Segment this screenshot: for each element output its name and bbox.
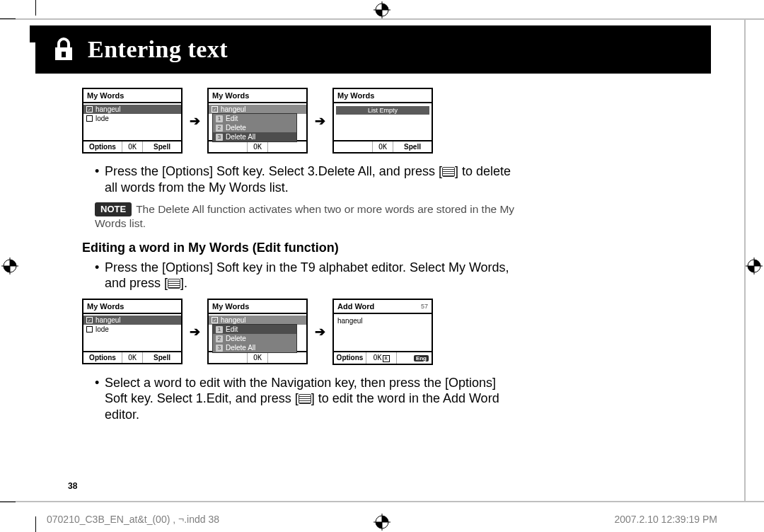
menu-item: 1Edit — [213, 325, 296, 334]
instruction-paragraph: Press the [Options] Soft key. Select 3.D… — [95, 163, 521, 195]
softkey-bar: Options OK Spell — [83, 140, 181, 152]
softkey-right: Spell — [143, 141, 181, 152]
checkbox-icon: ✓ — [86, 106, 93, 112]
screenshot-row-1: My Words ✓hangeul lode Options OK Spell … — [82, 88, 521, 154]
header-accent — [30, 25, 35, 42]
footer-timestamp: 2007.2.10 12:39:19 PM — [614, 514, 717, 525]
menu-item: 2Delete — [213, 334, 296, 343]
ok-key-icon — [442, 167, 455, 177]
options-menu: 1Edit 2Delete 3Delete All — [212, 324, 297, 353]
language-badge: Eng — [414, 355, 429, 362]
crop-border — [744, 18, 746, 502]
softkey-left: Options — [83, 141, 122, 152]
menu-item: 3Delete All — [213, 132, 296, 141]
menu-label: Delete All — [226, 344, 255, 352]
registration-mark-icon — [1, 258, 18, 274]
softkey-right: Spell — [143, 352, 181, 363]
list-item: lode — [83, 114, 181, 123]
arrow-right-icon: ➔ — [188, 324, 202, 340]
softkey-right: Spell — [393, 141, 432, 152]
list-item-label: lode — [96, 115, 109, 122]
softkey-bar: Options OKR Eng — [334, 351, 432, 364]
softkey-left: Options — [334, 352, 366, 364]
options-menu: 1Edit 2Delete 3Delete All — [212, 113, 297, 142]
menu-number: 3 — [216, 134, 223, 141]
menu-label: Delete All — [226, 133, 255, 141]
softkey-ok: OK — [122, 352, 143, 363]
softkey-left — [209, 141, 247, 152]
checkbox-icon — [86, 326, 93, 332]
softkey-ok: OK — [247, 141, 268, 152]
crop-tick — [35, 0, 36, 16]
phone-screen: My Words ✓hangeul lode Options OK Spell — [82, 88, 183, 154]
softkey-right — [268, 352, 306, 363]
softkey-ok: OK — [122, 141, 143, 152]
registration-mark-icon — [746, 258, 763, 274]
note-badge: NOTE — [95, 202, 132, 216]
ok-key-icon — [299, 394, 311, 404]
arrow-right-icon: ➔ — [313, 113, 327, 129]
text: ]. — [180, 276, 187, 290]
screen-title: My Words — [209, 300, 306, 314]
menu-number: 1 — [216, 326, 223, 333]
softkey-ok: OK — [372, 141, 393, 152]
screen-title: My Words — [83, 89, 181, 103]
registration-mark-icon — [374, 1, 390, 18]
crop-border — [0, 501, 764, 502]
page-number: 38 — [68, 481, 77, 491]
softkey-ok: OK — [247, 352, 268, 363]
menu-label: Delete — [226, 335, 246, 342]
list-item: lode — [83, 325, 181, 334]
section-subheading: Editing a word in My Words (Edit functio… — [82, 241, 521, 255]
list-item-label: hangeul — [96, 316, 121, 324]
ok-key-icon — [168, 279, 180, 289]
phone-screen: My Words ✓hangeul lode Options OK Spell — [82, 299, 183, 364]
list-item-label: hangeul — [221, 316, 246, 324]
softkey-ok: OKR — [366, 352, 397, 364]
note-block: NOTEThe Delete All function activates wh… — [95, 202, 521, 231]
screen-title: My Words — [83, 300, 181, 314]
softkey-bar: Options OK Spell — [83, 351, 181, 363]
screen-title: My Words — [334, 89, 432, 103]
menu-number: 3 — [216, 345, 223, 352]
arrow-right-icon: ➔ — [313, 324, 327, 340]
menu-item: 1Edit — [213, 114, 296, 123]
checkbox-icon: ✓ — [86, 317, 93, 323]
checkbox-icon: ✓ — [212, 317, 218, 323]
phone-screen: My Words List Empty OK Spell — [332, 88, 433, 154]
list-item-label: hangeul — [96, 105, 121, 113]
crop-tick — [0, 18, 16, 19]
empty-list-label: List Empty — [336, 106, 429, 115]
crop-tick — [0, 502, 16, 502]
svg-rect-13 — [62, 52, 66, 57]
menu-label: Edit — [226, 325, 238, 333]
menu-number: 2 — [216, 125, 223, 132]
page-title: Entering text — [88, 36, 228, 63]
text: Press the [Options] Soft key in the T9 a… — [105, 260, 509, 291]
softkey-left — [209, 352, 247, 363]
softkey-left: Options — [83, 352, 122, 363]
phone-screen: Add Word 57 hangeul Options OKR Eng — [332, 299, 433, 365]
screen-title: My Words — [209, 89, 306, 103]
list-item-label: hangeul — [221, 105, 246, 113]
list-item: ✓hangeul — [83, 316, 181, 325]
footer-file-info: 070210_C3B_EN_at&t_(00) , ¬.indd 38 — [47, 514, 219, 525]
screen-title: Add Word — [337, 302, 374, 311]
mode-icon: R — [383, 355, 390, 362]
checkbox-icon — [86, 115, 93, 122]
menu-label: Delete — [226, 124, 246, 132]
menu-label: Edit — [226, 115, 238, 122]
list-item-label: lode — [96, 325, 109, 333]
char-counter: 57 — [421, 303, 428, 310]
page-header: Entering text — [35, 25, 711, 74]
note-text: The Delete All function activates when t… — [95, 203, 514, 229]
screen-title-row: Add Word 57 — [334, 300, 432, 314]
softkey-bar: OK Spell — [334, 140, 432, 152]
phone-screen: My Words ✓hangeul 1Edit 2Delete 3Delete … — [207, 88, 308, 154]
instruction-paragraph: Press the [Options] Soft key in the T9 a… — [95, 260, 521, 291]
lock-icon — [52, 36, 75, 63]
text-input-value: hangeul — [334, 314, 432, 328]
instruction-paragraph: Select a word to edit with the Navigatio… — [95, 375, 521, 423]
menu-item: 3Delete All — [213, 343, 296, 352]
arrow-right-icon: ➔ — [188, 113, 202, 129]
